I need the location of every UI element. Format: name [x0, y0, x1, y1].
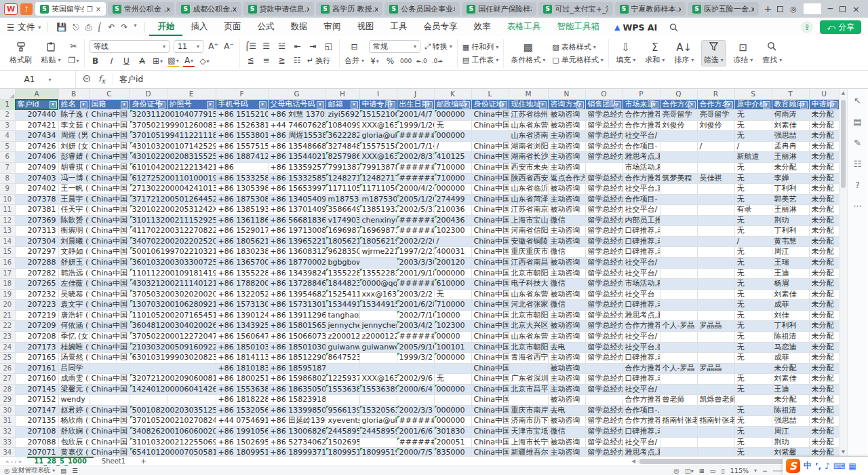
sogou-logo[interactable]: S: [786, 459, 800, 473]
cell-S2[interactable]: 无: [734, 110, 772, 121]
filter-dropdown-icon[interactable]: ▾: [425, 101, 433, 109]
doc-home-icon[interactable]: ⤴: [20, 3, 33, 15]
rows-cols-button[interactable]: ▦行和列▾: [462, 42, 498, 52]
cell-T24[interactable]: 马恋迪: [772, 342, 809, 353]
cell-C31[interactable]: China中国: [89, 416, 130, 427]
upload-icon[interactable]: ⇪: [801, 21, 813, 33]
cell-N9[interactable]: 被动咨询: [548, 184, 585, 195]
cell-H29[interactable]: [326, 395, 359, 406]
cell-A20[interactable]: 207223: [15, 300, 58, 311]
cell-J33[interactable]: ########: [397, 437, 434, 448]
cell-I3[interactable]: XXX@163.: [359, 120, 397, 131]
cell-M24[interactable]: 北京市朝阳: [509, 342, 548, 353]
cell-M9[interactable]: 山东省临沂: [509, 184, 548, 195]
cell-I2[interactable]: 151521001: [359, 110, 397, 121]
cell-C27[interactable]: China中国: [89, 374, 130, 385]
cell-G17[interactable]: +86 1343982452: [268, 268, 326, 279]
column-header-J[interactable]: J: [397, 89, 434, 99]
cell-R9[interactable]: [697, 184, 734, 195]
cell-F12[interactable]: +86 13611860: [216, 215, 268, 226]
cell-L30[interactable]: China中国: [471, 405, 509, 416]
cell-G20[interactable]: +86 1573130169: [268, 300, 326, 311]
cell-R18[interactable]: [697, 279, 734, 290]
cell-L8[interactable]: China中国: [471, 173, 509, 184]
cell-H16[interactable]: bgbgbow(: [326, 258, 359, 269]
cell-G10[interactable]: +86 1340540988: [268, 194, 326, 205]
cell-M13[interactable]: 河南省信阳: [509, 226, 548, 237]
cell-P22[interactable]: 合作方推荐: [623, 321, 660, 332]
cell-style-button[interactable]: ▢单元格样式▾: [552, 55, 603, 65]
cell-S25[interactable]: 无: [734, 353, 772, 364]
cell-P24[interactable]: 社交平台,微: [623, 342, 660, 353]
cell-P31[interactable]: 合作方推荐: [623, 416, 660, 427]
filter-dropdown-icon[interactable]: ▾: [800, 101, 808, 109]
cell-P20[interactable]: 口碑推荐,老: [623, 300, 660, 311]
cell-A23[interactable]: 207208: [15, 331, 58, 342]
cell-M22[interactable]: 北京大兴区: [509, 321, 548, 332]
row-header-27[interactable]: 27: [0, 374, 15, 385]
cell-O22[interactable]: 留学总经办: [585, 321, 623, 332]
cell-C21[interactable]: China中国: [89, 310, 130, 321]
cell-D33[interactable]: 310103200212255069: [130, 437, 216, 448]
column-header-L[interactable]: L: [471, 89, 509, 99]
filter-dropdown-icon[interactable]: ▾: [539, 101, 547, 109]
cell-D2[interactable]: 320311200104077915: [130, 110, 216, 121]
cell-Q24[interactable]: [660, 342, 697, 353]
column-header-Q[interactable]: Q: [660, 89, 697, 99]
cell-S16[interactable]: 无: [734, 258, 772, 269]
cell-G14[interactable]: +86 1396522100: [268, 236, 326, 247]
conditional-format-button[interactable]: ▩ 条件格式▾: [509, 41, 547, 66]
cell-M4[interactable]: 山东省济南: [509, 131, 548, 142]
cell-B30[interactable]: 赵君婷 (女: [58, 405, 89, 416]
cell-I27[interactable]: XXX@163.: [359, 374, 397, 385]
align-top-icon[interactable]: ⌠☰: [245, 41, 256, 52]
font-color-button[interactable]: A▾: [183, 56, 195, 67]
cell-R17[interactable]: [697, 268, 734, 279]
cell-J11[interactable]: 2002/5/31: [397, 205, 434, 216]
column-header-B[interactable]: B: [58, 89, 89, 99]
cell-H25[interactable]: 864752343: [326, 353, 359, 364]
filter-button[interactable]: 筛选▾: [701, 40, 726, 66]
cell-H3[interactable]: 108409964: [326, 120, 359, 131]
cell-K29[interactable]: [434, 395, 471, 406]
cell-I9[interactable]: 117110505: [359, 184, 397, 195]
cell-Q16[interactable]: [660, 258, 697, 269]
cell-R16[interactable]: [697, 258, 734, 269]
cell-N27[interactable]: 主动咨询: [548, 374, 585, 385]
column-header-O[interactable]: O: [585, 89, 623, 99]
cell-H8[interactable]: 124827175: [326, 173, 359, 184]
cell-D19[interactable]: 370503200302020020: [130, 289, 216, 300]
cell-U26[interactable]: 未分配: [809, 363, 839, 374]
cell-N10[interactable]: 主动咨询: [548, 194, 585, 205]
cell-L32[interactable]: China中国: [471, 427, 509, 438]
worksheet-button[interactable]: ▤工作表▾: [462, 55, 498, 65]
cell-L26[interactable]: China中国: [471, 363, 509, 374]
format-painter-button[interactable]: 格式刷: [7, 41, 34, 66]
cell-C6[interactable]: China中国: [89, 152, 130, 163]
cell-D34[interactable]: 654101200007050581: [130, 448, 216, 456]
cell-I17[interactable]: 135522836: [359, 268, 397, 279]
cell-R8[interactable]: 吴佳祺: [697, 173, 734, 184]
cell-B28[interactable]: 梁馨元 (女: [58, 384, 89, 395]
cell-B18[interactable]: 左佳薇 (女: [58, 279, 89, 290]
menu-item-5[interactable]: 数据: [282, 18, 315, 36]
cell-K25[interactable]: 000000: [434, 353, 471, 364]
cell-M20[interactable]: 河北省张家: [509, 300, 548, 311]
cell-B21[interactable]: 唐浩轩 (男: [58, 310, 89, 321]
cell-T30[interactable]: 陈祖清: [772, 405, 809, 416]
new-tab-button[interactable]: +: [762, 3, 775, 14]
cell-R7[interactable]: [697, 162, 734, 173]
wrap-text-button[interactable]: ↵换行: [307, 56, 330, 66]
cell-T8[interactable]: 李婵: [772, 173, 809, 184]
cell-B10[interactable]: 王晨宇 (男: [58, 194, 89, 205]
cell-C9[interactable]: China中国: [89, 184, 130, 195]
cell-I31[interactable]: gloria@uk: [359, 416, 397, 427]
cell-P4[interactable]: 社交平台/: [623, 131, 660, 142]
cell-I7[interactable]: 799138782: [359, 162, 397, 173]
cell-T4[interactable]: 强思喆: [772, 131, 809, 142]
menu-wps-ai[interactable]: ▲ WPS AI: [608, 22, 664, 33]
cell-A22[interactable]: 207209: [15, 321, 58, 332]
cell-N29[interactable]: 被动咨询: [548, 395, 585, 406]
fill-button[interactable]: ⇩ 填充▾: [614, 41, 638, 66]
cell-Q2[interactable]: 亮哥留学: [660, 110, 697, 121]
